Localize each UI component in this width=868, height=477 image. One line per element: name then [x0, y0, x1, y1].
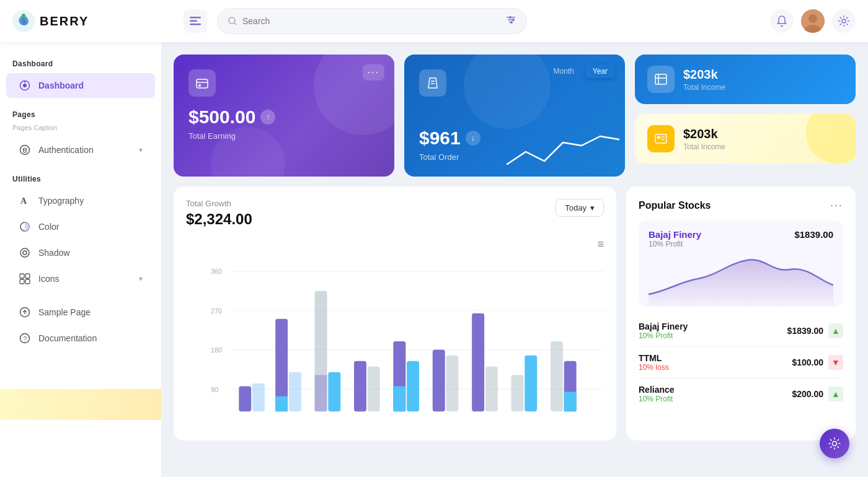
svg-text:A: A — [20, 196, 27, 206]
income-yellow-amount: $203k — [683, 127, 725, 141]
svg-rect-54 — [252, 383, 265, 411]
logo: BERRY — [12, 10, 174, 32]
sidebar-item-auth-label: Authentication — [38, 145, 131, 155]
svg-text:180: 180 — [211, 346, 222, 354]
sidebar-item-documentation[interactable]: ? Documentation — [6, 326, 155, 351]
svg-rect-59 — [315, 375, 327, 411]
stock-profit-reliance: 10% Profit — [639, 395, 675, 403]
svg-rect-43 — [662, 136, 665, 138]
today-btn-label: Today — [565, 203, 587, 212]
stocks-list: Bajaj Finery 10% Profit $1839.00 ▲ TTML … — [639, 315, 843, 409]
notification-button[interactable] — [770, 9, 794, 33]
year-button[interactable]: Year — [585, 64, 615, 78]
earning-card-icon — [188, 69, 216, 97]
today-chevron-icon: ▾ — [590, 203, 595, 212]
dashboard-icon — [19, 79, 31, 92]
typography-icon: A — [19, 195, 31, 207]
stock-name-ttml: TTML — [639, 353, 669, 363]
hamburger-button[interactable] — [184, 9, 207, 33]
today-button[interactable]: Today ▾ — [556, 199, 604, 217]
sidebar-section-pages: Pages — [0, 105, 161, 123]
sidebar-item-authentication[interactable]: Authentication ▾ — [6, 138, 155, 162]
earning-card: ··· $500.00 ↑ Total Earning — [174, 55, 394, 177]
svg-rect-57 — [275, 396, 288, 411]
header: BERRY — [0, 0, 868, 42]
stock-item-bajaj: Bajaj Finery 10% Profit $1839.00 ▲ — [639, 315, 843, 347]
featured-stock-name: Bajaj Finery — [649, 229, 701, 240]
svg-rect-41 — [655, 134, 666, 143]
stock-profit-ttml: 10% loss — [639, 363, 669, 372]
chart-menu-icon[interactable]: ≡ — [597, 238, 604, 250]
svg-point-11 — [512, 19, 515, 21]
sidebar-item-icons[interactable]: Icons ▾ — [6, 266, 155, 291]
earning-card-menu[interactable]: ··· — [363, 64, 384, 81]
color-icon — [19, 221, 31, 233]
stock-profit-bajaj: 10% Profit — [639, 331, 688, 340]
stock-name-bajaj: Bajaj Finery — [639, 322, 688, 331]
svg-point-1 — [22, 14, 25, 17]
sidebar-item-typography[interactable]: A Typography — [6, 188, 155, 213]
svg-rect-33 — [197, 79, 208, 88]
svg-text:90: 90 — [211, 386, 218, 393]
search-input[interactable] — [242, 16, 500, 26]
stocks-title: Popular Stocks — [639, 200, 711, 211]
auth-icon — [19, 144, 31, 156]
svg-text:?: ? — [24, 336, 27, 343]
svg-rect-70 — [512, 375, 524, 411]
stocks-menu-dots[interactable]: ··· — [830, 199, 843, 212]
svg-rect-38 — [655, 74, 666, 84]
svg-rect-3 — [190, 20, 197, 22]
svg-rect-68 — [472, 313, 484, 412]
svg-rect-60 — [328, 372, 340, 411]
svg-rect-26 — [25, 274, 30, 278]
stock-price-reliance: $200.00 — [792, 389, 823, 399]
sidebar-item-color-label: Color — [38, 222, 143, 232]
sidebar-item-dashboard[interactable]: Dashboard — [6, 73, 155, 98]
cards-row: ··· $500.00 ↑ Total Earning Month Year — [174, 55, 856, 177]
growth-card: Total Growth $2,324.00 Today ▾ ≡ — [174, 186, 616, 440]
svg-rect-56 — [289, 372, 301, 411]
earning-amount: $500.00 ↑ — [188, 107, 379, 128]
month-button[interactable]: Month — [546, 64, 581, 78]
svg-rect-44 — [662, 139, 665, 140]
growth-label: Total Growth — [186, 199, 252, 208]
filter-icon[interactable] — [505, 15, 516, 27]
sidebar-item-shadow[interactable]: Shadow — [6, 240, 155, 265]
fab-settings-icon — [828, 437, 841, 450]
stock-badge-bajaj: ▲ — [828, 323, 843, 338]
sidebar-item-icons-label: Icons — [38, 274, 131, 284]
settings-button[interactable] — [832, 9, 856, 33]
svg-rect-27 — [20, 279, 24, 284]
stock-price-ttml: $100.00 — [792, 357, 823, 367]
svg-rect-61 — [354, 361, 366, 412]
featured-stock: Bajaj Finery 10% Profit $1839.00 — [639, 221, 843, 307]
stocks-card: Popular Stocks ··· Bajaj Finery 10% Prof… — [626, 186, 856, 440]
sidebar-item-color[interactable]: Color — [6, 214, 155, 239]
svg-point-16 — [842, 19, 846, 23]
sidebar-pages-caption: Pages Caption — [0, 123, 161, 136]
income-blue-card: $203k Total Income — [635, 55, 856, 104]
svg-rect-74 — [564, 392, 577, 412]
logo-text: BERRY — [40, 14, 89, 28]
svg-point-5 — [229, 17, 235, 24]
auth-chevron-icon: ▾ — [139, 146, 143, 154]
order-card: Month Year $961 ↓ Total Order — [404, 55, 625, 177]
svg-point-10 — [509, 16, 512, 19]
order-wave-chart — [501, 127, 625, 177]
avatar[interactable] — [801, 9, 825, 33]
svg-rect-67 — [446, 356, 458, 412]
bar-chart: 360 270 180 90 — [211, 255, 604, 428]
svg-rect-72 — [551, 341, 563, 411]
fab-button[interactable] — [820, 429, 849, 458]
sidebar-item-sample-page[interactable]: Sample Page — [6, 300, 155, 325]
stocks-header: Popular Stocks ··· — [639, 199, 843, 212]
svg-rect-69 — [485, 367, 498, 411]
earning-label: Total Earning — [188, 131, 379, 141]
month-year-toggle: Month Year — [546, 64, 615, 78]
gear-icon — [838, 15, 850, 27]
sidebar-bottom-strip — [0, 389, 161, 420]
svg-text:270: 270 — [211, 307, 222, 315]
svg-rect-25 — [20, 274, 24, 278]
featured-stock-price: $1839.00 — [794, 229, 833, 240]
svg-line-6 — [234, 23, 236, 25]
